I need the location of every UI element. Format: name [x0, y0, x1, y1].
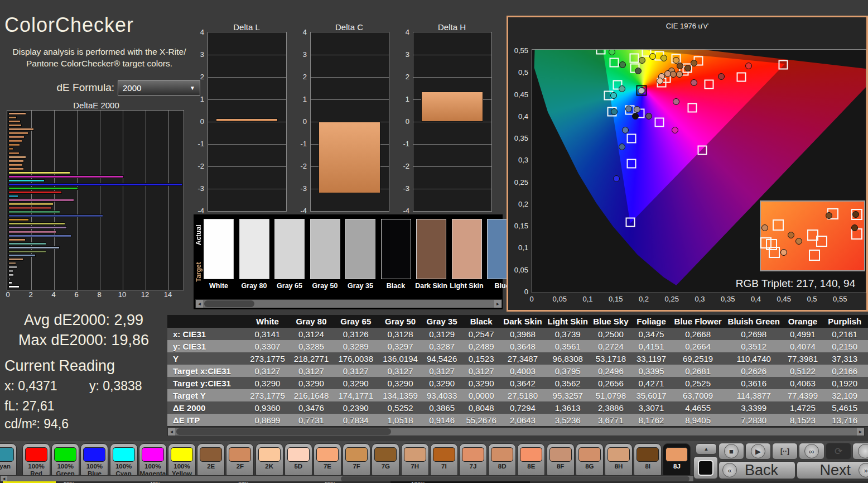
play-button[interactable]: ▶: [745, 443, 771, 460]
de-bar: [8, 171, 70, 174]
patch-button-8h[interactable]: 8H: [605, 443, 633, 479]
gridline: [208, 166, 286, 167]
column-header: Bluish Green: [724, 315, 784, 328]
patch-button-100blue[interactable]: 100%Blue: [80, 443, 108, 479]
de-bar: [8, 179, 45, 182]
table-cell: 0,3285: [289, 340, 333, 352]
de-bar: [8, 124, 22, 127]
patch-label: 8H: [605, 463, 632, 470]
scroll-left-icon[interactable]: ◄: [168, 428, 175, 436]
swatch-gray-80: [239, 219, 269, 279]
measured-marker: [672, 127, 678, 133]
read-meter-button[interactable]: [··]: [772, 443, 798, 460]
table-cell: 0,5252: [378, 401, 422, 414]
stop-button[interactable]: ■: [718, 443, 744, 460]
cie-x-tick: 0,05: [553, 295, 567, 303]
refresh-button[interactable]: ⟳: [826, 443, 851, 460]
de-bar: [8, 274, 14, 276]
patch-button-100cyan[interactable]: 100%Cyan: [110, 443, 138, 479]
de-bar: [8, 112, 26, 115]
collapse-up-button[interactable]: ▲: [696, 443, 717, 455]
mini-chart-title: Delta L: [191, 22, 302, 32]
table-cell: 216,1648: [289, 389, 333, 401]
de-bar: [8, 144, 20, 146]
y-tick-label: 1: [187, 95, 204, 103]
white-point-marker: [636, 85, 647, 96]
patch-color: [0, 447, 14, 462]
patch-button-2k[interactable]: 2K: [255, 443, 283, 479]
continuous-read-button[interactable]: ∞: [799, 443, 824, 460]
inset-target-marker: [816, 236, 827, 247]
table-cell: 273,1775: [246, 352, 290, 365]
swatch-scrollbar[interactable]: ◄ ►: [195, 299, 502, 308]
patch-color: [433, 447, 455, 462]
y-tick-label: -2: [393, 162, 409, 170]
patch-button-8g[interactable]: 8G: [576, 443, 604, 479]
table-scrollbar-thumb[interactable]: [176, 428, 391, 435]
patch-button-8e[interactable]: 8E: [517, 443, 545, 479]
scroll-left-icon[interactable]: ◄: [196, 300, 203, 308]
patch-button-8d[interactable]: 8D: [488, 443, 516, 479]
measured-marker: [622, 127, 629, 133]
row-label: Target Y: [167, 389, 246, 401]
patch-button-8f[interactable]: 8F: [547, 443, 575, 479]
de-bar: [8, 191, 62, 194]
table-cell: 0,3290: [461, 377, 501, 389]
table-row: Y273,1775218,2771176,0038136,019494,5426…: [167, 352, 868, 365]
scroll-right-icon[interactable]: ►: [857, 428, 864, 436]
patch-button-100red[interactable]: 100% Red: [22, 443, 50, 479]
patch-button-2f[interactable]: 2F: [226, 443, 254, 479]
target-marker: [629, 53, 639, 63]
x-tick-label: 6: [74, 290, 78, 299]
patch-button-7h[interactable]: 7H: [401, 443, 429, 479]
de-bar: [8, 116, 17, 119]
y-tick-label: -4: [290, 207, 307, 215]
target-marker: [655, 118, 664, 127]
blank-button[interactable]: [852, 443, 868, 460]
x-tick-label: 0: [6, 290, 9, 299]
patch-button-100green[interactable]: 100%Green: [51, 443, 79, 479]
table-cell: 0,2626: [724, 365, 784, 377]
target-marker: [626, 159, 636, 169]
patch-button-100magenta[interactable]: 100%Magenta: [139, 443, 167, 479]
table-cell: 0,2656: [591, 377, 630, 389]
toolbar-scrollbar-thumb[interactable]: [341, 476, 689, 481]
patch-button-cyan[interactable]: Cyan: [0, 443, 17, 479]
swatch-scrollbar-thumb[interactable]: [204, 300, 254, 307]
table-cell: 1,4725: [784, 401, 821, 414]
y-tick-label: -3: [393, 184, 409, 193]
y-tick-label: 2: [393, 73, 409, 81]
de-bar: [8, 207, 52, 209]
table-cell: 0,3795: [544, 365, 591, 377]
x-tick-label: 12: [141, 290, 149, 299]
patch-button-100yellow[interactable]: 100%Yellow: [168, 443, 196, 479]
patch-color: [54, 447, 76, 462]
table-scrollbar[interactable]: ◄ ►: [167, 427, 865, 436]
target-marker: [704, 80, 713, 89]
next-button[interactable]: Next »: [797, 461, 868, 479]
delta-l-chart: [208, 32, 287, 212]
patch-button-7i[interactable]: 7I: [430, 443, 458, 479]
back-button[interactable]: « Back: [718, 461, 795, 479]
measured-marker: [673, 98, 679, 105]
table-row: ΔE ITP0,86990,77310,78341,05180,914655,2…: [167, 414, 868, 426]
patch-button-8j[interactable]: 8J: [663, 443, 691, 479]
table-cell: 0,3561: [544, 340, 591, 352]
patch-button-2e[interactable]: 2E: [197, 443, 225, 479]
table-cell: 93,4033: [422, 389, 461, 401]
patch-button-8i[interactable]: 8I: [634, 443, 662, 479]
scroll-right-icon[interactable]: ►: [494, 300, 501, 308]
y-tick-label: -1: [187, 140, 204, 148]
patch-button-5d[interactable]: 5D: [284, 443, 312, 479]
patch-button-7e[interactable]: 7E: [314, 443, 341, 479]
pattern-window-button[interactable]: [693, 456, 718, 479]
measurement-table: WhiteGray 80Gray 65Gray 50Gray 35BlackDa…: [167, 315, 868, 427]
cie-y-tick: 0,25: [509, 178, 528, 186]
cie-x-tick: 0,2: [639, 295, 649, 303]
max-de2000: Max dE2000: 19,86: [0, 332, 167, 349]
patch-button-7g[interactable]: 7G: [372, 443, 399, 479]
patch-button-7j[interactable]: 7J: [459, 443, 487, 479]
de-formula-dropdown[interactable]: 2000 ▼: [118, 80, 200, 95]
patch-button-7f[interactable]: 7F: [343, 443, 370, 479]
table-cell: 0,1523: [461, 352, 501, 365]
